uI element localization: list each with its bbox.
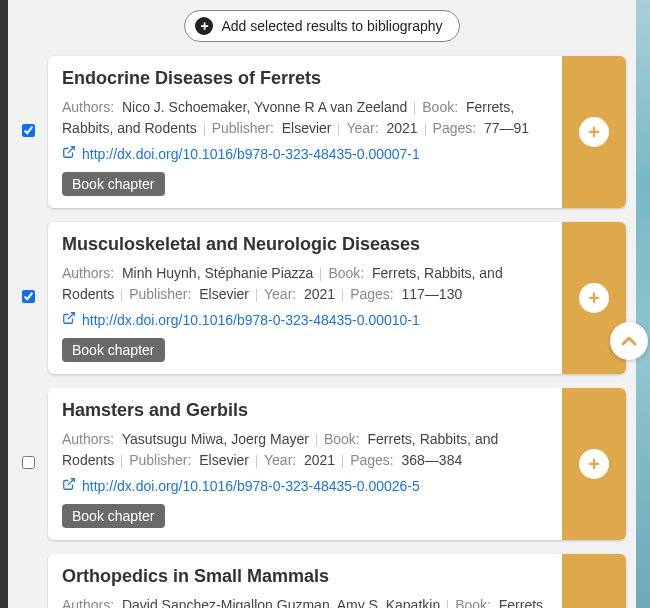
meta-publisher: Elsevier bbox=[199, 286, 249, 302]
result-meta: Authors: Yasutsugu Miwa, Joerg MayerBook… bbox=[62, 429, 548, 471]
result-checkbox-wrap bbox=[18, 123, 38, 141]
result-checkbox-wrap bbox=[18, 289, 38, 307]
results-container: + Add selected results to bibliography E… bbox=[8, 0, 636, 608]
result-meta: Authors: Nico J. Schoemaker, Yvonne R A … bbox=[62, 97, 548, 139]
meta-publisher: Elsevier bbox=[282, 120, 332, 136]
scroll-to-top-button[interactable] bbox=[610, 322, 648, 360]
external-link-icon bbox=[62, 145, 76, 162]
meta-year: 2021 bbox=[304, 452, 335, 468]
meta-authors: Minh Huynh, Stéphanie Piazza bbox=[122, 265, 313, 281]
plus-icon: + bbox=[579, 117, 609, 147]
card-main: Orthopedics in Small MammalsAuthors: Dav… bbox=[48, 554, 562, 608]
meta-label: Year: bbox=[264, 286, 296, 302]
meta-label: Authors: bbox=[62, 431, 114, 447]
meta-label: Pages: bbox=[433, 120, 477, 136]
doi-link[interactable]: http://dx.doi.org/10.1016/b978-0-323-484… bbox=[82, 146, 420, 162]
type-badge: Book chapter bbox=[62, 504, 165, 528]
separator bbox=[204, 123, 205, 136]
doi-row: http://dx.doi.org/10.1016/b978-0-323-484… bbox=[62, 311, 548, 328]
result-checkbox[interactable] bbox=[22, 456, 35, 469]
meta-label: Publisher: bbox=[212, 120, 274, 136]
doi-row: http://dx.doi.org/10.1016/b978-0-323-484… bbox=[62, 145, 548, 162]
chevron-up-icon bbox=[619, 331, 639, 351]
type-badge: Book chapter bbox=[62, 338, 165, 362]
meta-label: Year: bbox=[264, 452, 296, 468]
right-gutter bbox=[636, 0, 650, 608]
meta-label: Authors: bbox=[62, 99, 114, 115]
result-checkbox[interactable] bbox=[22, 124, 35, 137]
svg-line-1 bbox=[68, 313, 74, 319]
card-main: Musculoskeletal and Neurologic DiseasesA… bbox=[48, 222, 562, 374]
external-link-icon bbox=[62, 311, 76, 328]
separator bbox=[256, 455, 257, 468]
result-card: Hamsters and GerbilsAuthors: Yasutsugu M… bbox=[48, 388, 626, 540]
result-checkbox-wrap bbox=[18, 455, 38, 473]
separator bbox=[121, 455, 122, 468]
result-row: Hamsters and GerbilsAuthors: Yasutsugu M… bbox=[18, 388, 626, 540]
plus-icon: + bbox=[579, 283, 609, 313]
meta-year: 2021 bbox=[386, 120, 417, 136]
meta-pages: 368—384 bbox=[402, 452, 463, 468]
meta-authors: Yasutsugu Miwa, Joerg Mayer bbox=[122, 431, 309, 447]
meta-label: Authors: bbox=[62, 597, 114, 608]
meta-authors: Nico J. Schoemaker, Yvonne R A van Zeela… bbox=[122, 99, 407, 115]
separator bbox=[414, 102, 415, 115]
add-selected-label: Add selected results to bibliography bbox=[221, 18, 442, 34]
meta-label: Year: bbox=[346, 120, 378, 136]
separator bbox=[425, 123, 426, 136]
doi-row: http://dx.doi.org/10.1016/b978-0-323-484… bbox=[62, 477, 548, 494]
plus-icon: + bbox=[579, 449, 609, 479]
meta-label: Book: bbox=[422, 99, 458, 115]
result-title[interactable]: Endocrine Diseases of Ferrets bbox=[62, 68, 548, 89]
add-result-button[interactable]: + bbox=[562, 554, 626, 608]
left-gutter bbox=[0, 0, 8, 608]
result-row: Endocrine Diseases of FerretsAuthors: Ni… bbox=[18, 56, 626, 208]
meta-label: Pages: bbox=[350, 452, 394, 468]
result-card: Orthopedics in Small MammalsAuthors: Dav… bbox=[48, 554, 626, 608]
separator bbox=[256, 289, 257, 302]
meta-label: Book: bbox=[455, 597, 491, 608]
external-link-icon bbox=[62, 477, 76, 494]
type-badge: Book chapter bbox=[62, 172, 165, 196]
separator bbox=[338, 123, 339, 136]
separator bbox=[121, 289, 122, 302]
result-title[interactable]: Musculoskeletal and Neurologic Diseases bbox=[62, 234, 548, 255]
result-title[interactable]: Hamsters and Gerbils bbox=[62, 400, 548, 421]
svg-line-0 bbox=[68, 147, 74, 153]
separator bbox=[447, 600, 448, 608]
meta-label: Publisher: bbox=[129, 452, 191, 468]
card-main: Endocrine Diseases of FerretsAuthors: Ni… bbox=[48, 56, 562, 208]
meta-label: Book: bbox=[324, 431, 360, 447]
card-main: Hamsters and GerbilsAuthors: Yasutsugu M… bbox=[48, 388, 562, 540]
meta-pages: 117—130 bbox=[402, 286, 463, 302]
result-card: Endocrine Diseases of FerretsAuthors: Ni… bbox=[48, 56, 626, 208]
result-title[interactable]: Orthopedics in Small Mammals bbox=[62, 566, 548, 587]
result-row: Musculoskeletal and Neurologic DiseasesA… bbox=[18, 222, 626, 374]
separator bbox=[320, 268, 321, 281]
meta-label: Publisher: bbox=[129, 286, 191, 302]
doi-link[interactable]: http://dx.doi.org/10.1016/b978-0-323-484… bbox=[82, 312, 420, 328]
meta-publisher: Elsevier bbox=[199, 452, 249, 468]
doi-link[interactable]: http://dx.doi.org/10.1016/b978-0-323-484… bbox=[82, 478, 420, 494]
result-meta: Authors: David Sanchez-Migallon Guzman, … bbox=[62, 595, 548, 608]
result-checkbox[interactable] bbox=[22, 290, 35, 303]
meta-label: Pages: bbox=[350, 286, 394, 302]
svg-line-2 bbox=[68, 479, 74, 485]
plus-icon: + bbox=[195, 17, 213, 35]
separator bbox=[342, 289, 343, 302]
result-meta: Authors: Minh Huynh, Stéphanie PiazzaBoo… bbox=[62, 263, 548, 305]
meta-authors: David Sanchez-Migallon Guzman, Amy S. Ka… bbox=[122, 597, 440, 608]
toolbar: + Add selected results to bibliography bbox=[8, 0, 636, 56]
separator bbox=[316, 434, 317, 447]
meta-year: 2021 bbox=[304, 286, 335, 302]
meta-label: Authors: bbox=[62, 265, 114, 281]
result-row: Orthopedics in Small MammalsAuthors: Dav… bbox=[18, 554, 626, 608]
add-result-button[interactable]: + bbox=[562, 56, 626, 208]
add-result-button[interactable]: + bbox=[562, 388, 626, 540]
results-list: Endocrine Diseases of FerretsAuthors: Ni… bbox=[8, 56, 636, 608]
add-selected-button[interactable]: + Add selected results to bibliography bbox=[184, 10, 459, 42]
separator bbox=[342, 455, 343, 468]
result-card: Musculoskeletal and Neurologic DiseasesA… bbox=[48, 222, 626, 374]
meta-pages: 77—91 bbox=[484, 120, 529, 136]
meta-label: Book: bbox=[328, 265, 364, 281]
